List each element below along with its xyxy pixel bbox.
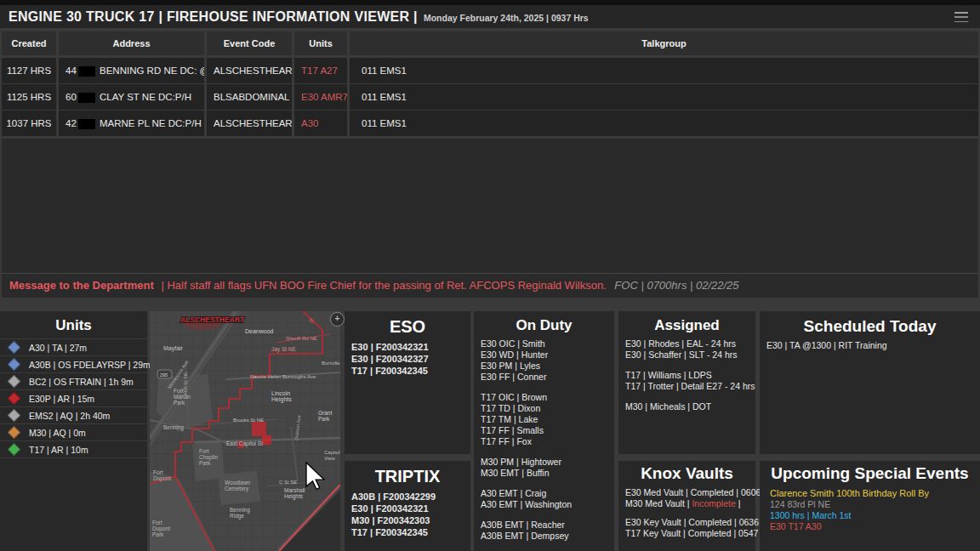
triptix-panel: TRIPTIX A30B | F200342299E30 | F20034232… (345, 461, 470, 551)
units-panel-title: Units (0, 317, 147, 334)
assigned-roster: E30 | Rhodes | EAL - 24 hrsE30 | Schaffe… (618, 338, 755, 412)
unit-status-label: M30 | AQ | 0m (29, 428, 86, 438)
assigned-panel: Assigned E30 | Rhodes | EAL - 24 hrsE30 … (618, 311, 755, 454)
title-bar: ENGINE 30 TRUCK 17 | FIREHOUSE INFORMATI… (0, 5, 980, 28)
hamburger-menu-icon[interactable] (954, 12, 968, 22)
unit-status-row: E30P | AR | 15m (0, 390, 147, 407)
cell-created: 1125 HRS (2, 84, 56, 110)
unit-status-label: BC2 | OS FTRAIN | 1h 9m (29, 377, 134, 387)
cell-created: 1127 HRS (2, 58, 56, 83)
knox-line: T17 Key Vault | Completed | 0547 hrs (625, 528, 755, 539)
knox-text: M30 Med Vault | (625, 498, 692, 508)
knox-vaults-panel-title: Knox Vaults (618, 464, 755, 483)
cell-event-code: BLSABDOMINAL (207, 84, 292, 110)
knox-group: E30 Med Vault | Completed | 0606 hrsM30 … (625, 487, 755, 509)
knox-group: E30 Key Vault | Completed | 0636 hrsT17 … (625, 517, 755, 539)
scheduled-today-panel: Scheduled Today E30 | TA @1300 | RIT Tra… (760, 311, 980, 454)
on-duty-line: E30 FF | Conner (481, 372, 614, 383)
unit-status-row: A30B | OS FDELAYRSP | 29m (0, 356, 147, 373)
incident-marker (262, 435, 271, 445)
map-label: Deanwood (245, 328, 274, 334)
on-duty-panel: On Duty E30 OIC | SmithE30 WD | HunterE3… (474, 311, 614, 551)
map-label: East Capitol St (226, 440, 263, 447)
incidents-table: CreatedAddressEvent CodeUnitsTalkgroup 1… (0, 31, 980, 273)
redaction-box (78, 119, 95, 129)
unit-status-diamond-icon (8, 358, 21, 372)
units-list: A30 | TA | 27mA30B | OS FDELAYRSP | 29mB… (0, 338, 147, 458)
eso-line: E30 | F200342321 (351, 341, 470, 353)
on-duty-roster: E30 OIC | SmithE30 WD | HunterE30 PM | L… (474, 338, 614, 542)
unit-status-row: A30 | TA | 27m (0, 338, 147, 356)
on-duty-line: A30 EMT | Craig (481, 488, 614, 499)
column-header-units: Units (294, 31, 347, 55)
assigned-line: T17 | Trotter | Detail E27 - 24 hrs (625, 381, 755, 392)
on-duty-line-group: A30B EMT | ReacherA30B EMT | Dempsey (481, 520, 614, 542)
unit-status-row: BC2 | OS FTRAIN | 1h 9m (0, 373, 147, 390)
message-label: Message to the Department (9, 279, 154, 292)
on-duty-line: E30 OIC | Smith (481, 338, 614, 349)
upcoming-special-events-panel: Upcoming Special Events Clarence Smith 1… (760, 461, 980, 551)
cell-talkgroup: 011 EMS1 (350, 58, 978, 83)
on-duty-line: A30 EMT | Washington (481, 499, 614, 510)
event-units: E30 T17 A30 (760, 521, 980, 532)
dashboard: Units A30 | TA | 27mA30B | OS FDELAYRSP … (0, 301, 980, 551)
units-panel: Units A30 | TA | 27mA30B | OS FDELAYRSP … (0, 311, 147, 551)
map-label: C St SE (279, 480, 297, 485)
unit-status-diamond-icon (8, 443, 21, 457)
unit-status-label: E30P | AR | 15m (29, 394, 94, 404)
column-header-event-code: Event Code (207, 31, 292, 55)
knox-line: E30 Med Vault | Completed | 0606 hrs (625, 487, 755, 498)
map-label: LincolnHeights (271, 390, 292, 403)
cell-event-code: ALSCHESTHEART (207, 111, 292, 136)
unit-status-diamond-icon (8, 375, 21, 389)
assigned-line-group: T17 | Williams | LDPST17 | Trotter | Det… (625, 370, 755, 392)
table-row: 1037 HRS42 MARNE PL NE DC:P/HALSCHESTHEA… (0, 111, 980, 136)
on-duty-line: A30B EMT | Reacher (481, 520, 614, 531)
map-label: Brooks St NE (233, 418, 264, 423)
cell-units: A30 (294, 111, 347, 136)
app-root: ENGINE 30 TRUCK 17 | FIREHOUSE INFORMATI… (0, 0, 980, 298)
cell-address: 42 MARNE PL NE DC:P/H (59, 111, 204, 136)
column-header-talkgroup: Talkgroup (350, 31, 978, 55)
eso-line: T17 | F200342345 (351, 365, 470, 377)
on-duty-line-group: A30 EMT | CraigA30 EMT | Washington (481, 488, 614, 510)
cell-units: E30 AMR70 (294, 84, 347, 110)
assigned-line-group: M30 | Micheals | DOT (625, 401, 755, 412)
knox-vaults-panel: Knox Vaults E30 Med Vault | Completed | … (618, 461, 755, 551)
event-address: 124 83rd Pl NE (760, 499, 980, 510)
cell-address: 44 BENNING RD NE DC: @ (59, 58, 204, 83)
on-duty-line-group: T17 OIC | BrownT17 TD | DixonT17 TM | La… (481, 392, 614, 447)
map[interactable]: + DeanwoodMayfairSheriff Rd NEJay St NEB… (150, 311, 340, 551)
map-label: Sheriff Rd NE (286, 336, 317, 341)
on-duty-line: T17 OIC | Brown (481, 392, 614, 403)
scheduled-today-list: E30 | TA @1300 | RIT Training (760, 340, 980, 351)
knox-text: E30 Med Vault | Completed | 0606 hrs (625, 487, 776, 497)
map-label: 44th St NE (183, 372, 188, 396)
eso-line: E30 | F200342327 (351, 353, 470, 365)
map-home-button[interactable]: + (330, 312, 345, 327)
triptix-line: M30 | F200342303 (351, 514, 470, 526)
cell-address: 60 CLAY ST NE DC:P/H (59, 84, 204, 110)
on-duty-line-group: M30 PM | HightowerM30 EMT | Buffin (481, 457, 614, 479)
event-name: Clarence Smith 100th Birthday Roll By (760, 487, 980, 499)
on-duty-line: T17 TD | Dixon (481, 403, 614, 414)
scheduled-today-panel-title: Scheduled Today (760, 317, 980, 336)
assigned-line-group: E30 | Rhodes | EAL - 24 hrsE30 | Schaffe… (625, 338, 755, 361)
message-meta: FOC | 0700hrs | 02/22/25 (614, 279, 738, 292)
on-duty-line: T17 FF | Fox (481, 436, 614, 447)
assigned-line: M30 | Micheals | DOT (625, 401, 755, 412)
special-events-list: Clarence Smith 100th Birthday Roll By124… (760, 487, 980, 532)
map-canvas: DeanwoodMayfairSheriff Rd NEJay St NEBur… (150, 311, 340, 551)
assigned-line: E30 | Rhodes | EAL - 24 hrs (625, 338, 755, 349)
triptix-line: T17 | F200342345 (351, 526, 470, 538)
on-duty-line: T17 FF | Smalls (481, 425, 614, 436)
triptix-panel-title: TRIPTIX (345, 467, 470, 486)
knox-line: M30 Med Vault | Incomplete | (625, 498, 755, 509)
page-title: ENGINE 30 TRUCK 17 | FIREHOUSE INFORMATI… (9, 9, 418, 25)
unit-status-row: T17 | AR | 10m (0, 441, 147, 458)
triptix-line: A30B | F200342299 (351, 491, 470, 503)
eso-panel: ESO E30 | F200342321E30 | F200342327T17 … (345, 311, 470, 454)
cell-talkgroup: 011 EMS1 (350, 84, 978, 110)
scheduled-line: E30 | TA @1300 | RIT Training (766, 340, 980, 351)
on-duty-line-group: E30 OIC | SmithE30 WD | HunterE30 PM | L… (481, 338, 614, 383)
